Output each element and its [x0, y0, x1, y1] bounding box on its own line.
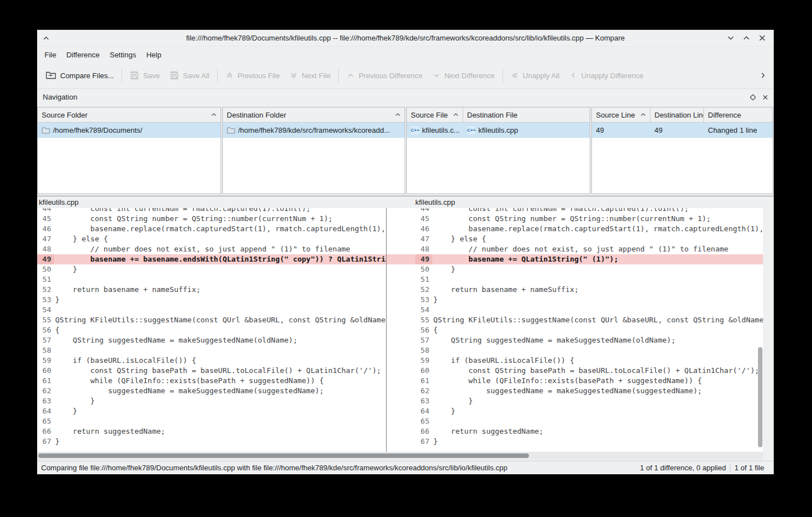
save-all-icon — [170, 71, 179, 80]
code-line-54: 54 — [415, 305, 763, 315]
menu-file[interactable]: File — [39, 48, 61, 62]
minimize-button[interactable] — [725, 33, 735, 43]
source-folder-row[interactable]: /home/fhek789/Documents/ — [38, 123, 221, 138]
source-line-column-header[interactable]: Source Line — [592, 107, 651, 122]
dock-float-icon[interactable] — [750, 95, 756, 100]
code-line-63: 63 } — [415, 396, 763, 406]
chevron-down-icon — [433, 71, 441, 79]
code-text: const int currentNum = rmatch.captured(1… — [54, 208, 311, 214]
source-file-column-header[interactable]: Source File — [407, 107, 463, 122]
code-line-48: 48 // number does not exist, so just app… — [415, 244, 763, 254]
previous-file-label: Previous File — [237, 71, 280, 80]
line-number: 66 — [37, 426, 54, 437]
code-line-64: 64 } — [37, 406, 386, 416]
toolbar-separator — [122, 68, 122, 83]
code-line-63: 63 } — [37, 396, 386, 406]
destination-file-column-header[interactable]: Destination File — [463, 107, 590, 122]
compare-files-button[interactable]: Compare Files... — [41, 66, 119, 85]
code-text: QString suggestedName = makeSuggestedNam… — [432, 335, 675, 345]
maximize-button[interactable] — [741, 33, 751, 43]
code-text: } — [432, 437, 438, 447]
menubar: File Difference Settings Help — [37, 47, 774, 62]
unapply-all-label: Unapply All — [523, 71, 559, 80]
file-row[interactable]: C++ kfileutils.c... C++ kfileutils.cpp — [407, 123, 590, 138]
line-number: 48 — [37, 244, 54, 254]
toolbar-extension-button[interactable] — [757, 69, 769, 82]
next-file-button[interactable]: Next File — [285, 66, 335, 85]
code-text: const QString basePath = baseURL.toLocal… — [54, 366, 381, 376]
code-line-47: 47 } else { — [37, 234, 386, 244]
horizontal-scrollbar-handle[interactable] — [38, 453, 529, 458]
save-button[interactable]: Save — [125, 66, 165, 85]
navigation-dock-header[interactable]: Navigation — [37, 89, 774, 105]
status-files: 1 of 1 file — [730, 464, 768, 472]
difference-header-label: Difference — [708, 111, 741, 119]
code-line-58: 58 — [415, 345, 763, 356]
difference-row[interactable]: 49 49 Changed 1 line — [592, 123, 773, 138]
line-number: 63 — [415, 396, 432, 406]
difference-column-header[interactable]: Difference — [704, 107, 773, 122]
destination-line-column-header[interactable]: Destination Line — [651, 107, 704, 122]
keep-above-icon[interactable] — [43, 35, 50, 42]
destination-folder-column-header[interactable]: Destination Folder — [223, 107, 405, 122]
previous-file-button[interactable]: Previous File — [221, 66, 285, 85]
titlebar[interactable]: file:///home/fhek789/Documents/kfileutil… — [37, 30, 774, 47]
unapply-all-button[interactable]: Unapply All — [506, 66, 564, 85]
destination-file-header-label: Destination File — [467, 111, 518, 119]
source-folder-column-header[interactable]: Source Folder — [38, 107, 221, 122]
code-line-67: 67} — [37, 437, 386, 447]
file-list: Source File Destination File C++ kfileut… — [406, 107, 590, 194]
destination-folder-row[interactable]: /home/fhek789/kde/src/frameworks/kcoread… — [223, 123, 405, 138]
code-line-59: 59 if (baseURL.isLocalFile()) { — [37, 356, 386, 366]
code-text: } — [54, 406, 77, 416]
line-number: 57 — [415, 335, 432, 345]
code-text: } — [54, 264, 77, 275]
destination-file-name: kfileutils.cpp — [478, 126, 518, 134]
horizontal-scrollbar[interactable] — [37, 452, 763, 460]
destination-folder-path: /home/fhek789/kde/src/frameworks/kcoread… — [238, 126, 390, 134]
source-file-header-label: Source File — [411, 111, 448, 119]
double-chevron-left-icon — [511, 71, 519, 79]
dock-close-icon[interactable] — [762, 95, 768, 100]
code-text: } — [54, 396, 95, 406]
line-number: 64 — [37, 406, 54, 416]
close-button[interactable] — [757, 33, 767, 43]
window-controls — [725, 33, 774, 43]
code-text: } else { — [54, 234, 108, 244]
line-number: 45 — [415, 214, 432, 224]
previous-difference-button[interactable]: Previous Difference — [342, 66, 427, 85]
unapply-difference-button[interactable]: Unapply Difference — [564, 66, 648, 85]
code-line-45: 45 const QString number = QString::numbe… — [37, 214, 386, 224]
diff-view: 44 const int currentNum = rmatch.capture… — [37, 208, 774, 452]
difference-list-header: Source Line Destination Line Difference — [592, 107, 773, 123]
code-line-44: 44 const int currentNum = rmatch.capture… — [37, 208, 386, 214]
next-difference-button[interactable]: Next Difference — [428, 66, 500, 85]
menu-settings[interactable]: Settings — [105, 48, 141, 62]
sort-ascending-icon — [637, 113, 646, 117]
line-number: 65 — [415, 416, 432, 426]
destination-line-header-label: Destination Line — [654, 111, 704, 119]
save-all-button[interactable]: Save All — [165, 66, 214, 85]
chevron-left-icon — [569, 71, 577, 79]
code-text: suggestedName = makeSuggestedName(sugges… — [432, 386, 702, 396]
code-line-49: 49 basename += QLatin1String(" (1)"); — [415, 254, 763, 264]
folder-compare-icon — [46, 71, 56, 80]
menu-help[interactable]: Help — [141, 48, 167, 62]
line-number: 47 — [37, 234, 54, 244]
code-text: } else { — [432, 234, 486, 244]
line-number: 44 — [415, 208, 432, 214]
code-line-64: 64 } — [415, 406, 763, 416]
code-text — [54, 275, 55, 285]
destination-code-pane[interactable]: 44 const int currentNum = rmatch.capture… — [415, 208, 763, 452]
source-code-pane[interactable]: 44 const int currentNum = rmatch.capture… — [37, 208, 387, 452]
code-text: while (QFileInfo::exists(basePath + sugg… — [432, 376, 702, 386]
vertical-scrollbar[interactable] — [758, 347, 762, 447]
code-text: } — [432, 406, 455, 416]
sort-ascending-icon — [208, 113, 217, 117]
menu-difference[interactable]: Difference — [61, 48, 105, 62]
code-text: suggestedName = makeSuggestedName(sugges… — [54, 386, 324, 396]
line-number: 60 — [415, 366, 432, 376]
sort-ascending-icon — [450, 113, 459, 117]
code-line-55: 55QString KFileUtils::suggestName(const … — [37, 315, 386, 325]
line-number: 58 — [415, 345, 432, 356]
